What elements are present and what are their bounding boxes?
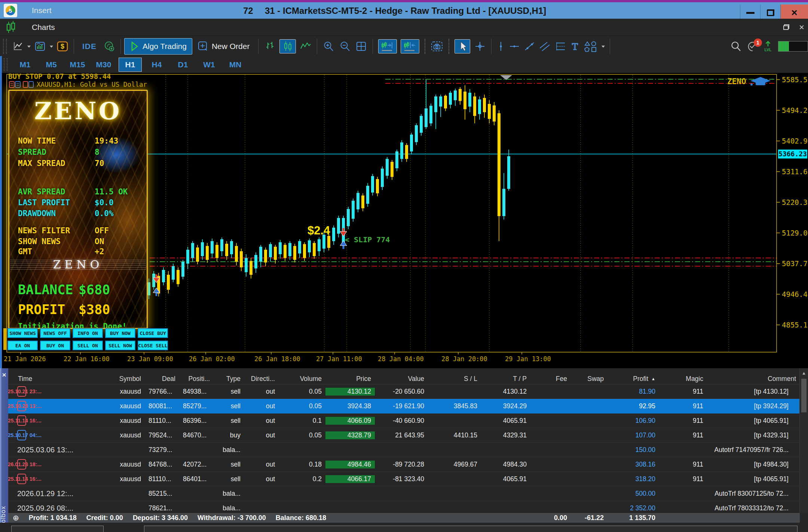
zoom-out-icon[interactable] <box>339 41 352 52</box>
mdi-window-controls: × <box>774 19 804 36</box>
mdi-restore-button[interactable] <box>783 24 789 30</box>
zoom-in-icon[interactable] <box>322 41 335 52</box>
toolbar-separator <box>120 39 121 54</box>
ea-button-show-news[interactable]: SHOW NEWS <box>7 328 38 338</box>
search-icon[interactable] <box>730 41 743 52</box>
line-chart-icon[interactable] <box>300 41 312 52</box>
toolbox-close-icon[interactable]: × <box>0 370 8 379</box>
column-header-price[interactable]: Price <box>325 375 375 383</box>
column-header-swap[interactable]: Swap <box>571 375 607 383</box>
ea-button-ea-on[interactable]: EA ON <box>7 341 38 350</box>
indicators-caret[interactable] <box>49 41 54 52</box>
table-row[interactable]: 2025.10.21 23:...xauusd79766...84938...s… <box>8 384 800 399</box>
line-chart-type-icon[interactable] <box>12 41 24 52</box>
table-row[interactable]: 2026.01.23 18:...xauusd84768...42072...s… <box>8 457 800 472</box>
column-header-sl[interactable]: S / L <box>428 375 481 383</box>
ide-button[interactable]: IDE <box>79 42 100 51</box>
vertical-line-icon[interactable] <box>497 41 505 52</box>
scroll-up-icon[interactable]: ▲ <box>800 368 808 376</box>
column-header-symbol[interactable]: Symbol <box>115 375 145 383</box>
column-header-tp[interactable]: T / P <box>481 375 530 383</box>
svg-text:21 Jan 2026: 21 Jan 2026 <box>4 355 46 363</box>
notifications-icon[interactable]: 1 <box>746 41 759 52</box>
column-header-magic[interactable]: Magic <box>659 375 707 383</box>
current-price-tag: 5366.23 <box>778 150 807 158</box>
timeframe-m30[interactable]: M30 <box>92 58 115 71</box>
timeframe-m5[interactable]: M5 <box>40 58 62 71</box>
channel-icon[interactable] <box>539 41 551 52</box>
column-header-comment[interactable]: Comment <box>707 375 800 383</box>
bottom-strip <box>0 523 808 532</box>
horizontal-line-icon[interactable] <box>509 41 520 52</box>
text-tool-icon[interactable]: T <box>570 41 580 52</box>
mt5-candles-icon <box>5 21 16 34</box>
auto-scroll-icon[interactable] <box>401 39 419 53</box>
shift-end-icon[interactable] <box>378 39 397 53</box>
fibonacci-icon[interactable] <box>554 41 566 52</box>
ea-button-news-off[interactable]: NEWS OFF <box>40 328 70 338</box>
ea-button-buy-now[interactable]: BUY NOW <box>105 328 135 338</box>
timeframe-m15[interactable]: M15 <box>66 58 89 71</box>
timeframe-drag-handle[interactable] <box>4 58 7 71</box>
timeframe-d1[interactable]: D1 <box>172 58 194 71</box>
menu-insert[interactable]: Insert <box>23 2 68 19</box>
new-order-button-label: New Order <box>212 42 250 51</box>
toolbar-drag-handle[interactable] <box>3 39 7 54</box>
table-row[interactable]: 2025.10.28 13:...xauusd80081...85279...s… <box>8 399 800 413</box>
ea-button-close-sell[interactable]: CLOSE SELL <box>138 341 168 350</box>
crosshair-icon[interactable] <box>474 41 486 52</box>
column-header-time[interactable]: Time <box>8 375 115 383</box>
indicators-icon[interactable] <box>34 41 46 52</box>
menu-charts[interactable]: Charts <box>23 19 68 36</box>
column-header-directi[interactable]: Directi... <box>244 375 279 383</box>
timeframe-h4[interactable]: H4 <box>146 58 168 71</box>
shapes-icon[interactable] <box>584 41 598 52</box>
column-header-deal[interactable]: Deal <box>145 375 179 383</box>
column-header-positi[interactable]: Positi... <box>179 375 214 383</box>
sell-deal-icon: 2025.10.21 23:... <box>17 386 26 397</box>
mdi-close-button[interactable]: × <box>799 24 804 31</box>
column-header-type[interactable]: Type <box>214 375 244 383</box>
column-header-volume[interactable]: Volume <box>279 375 325 383</box>
mql5-community-icon[interactable] <box>103 41 115 52</box>
chart-type-caret[interactable] <box>26 41 31 52</box>
new-order-button[interactable]: New Order <box>192 39 255 54</box>
svg-text:27 Jan 11:00: 27 Jan 11:00 <box>316 355 362 363</box>
ea-button-buy-on[interactable]: BUY ON <box>40 341 70 350</box>
algo-trading-button[interactable]: Algo Trading <box>124 38 192 55</box>
column-header-fee[interactable]: Fee <box>530 375 571 383</box>
tile-windows-icon[interactable] <box>355 41 367 52</box>
screenshot-icon[interactable] <box>431 41 443 52</box>
column-header-profit[interactable]: Profit▲ <box>607 375 659 383</box>
table-row[interactable]: 2025.03.06 13:...73279...bala...150.00Au… <box>8 443 800 457</box>
column-header-value[interactable]: Value <box>375 375 428 383</box>
timeframe-bar: M1M5M15M30H1H4D1W1MN <box>0 56 808 73</box>
timeframe-w1[interactable]: W1 <box>198 58 220 71</box>
bottom-tab-fragment[interactable] <box>11 526 104 532</box>
bottom-field-fragment[interactable] <box>144 526 798 532</box>
timeframe-mn[interactable]: MN <box>224 58 247 71</box>
table-row[interactable]: 2026.01.29 12:...85215...bala...500.00Au… <box>8 486 800 501</box>
table-scrollbar[interactable]: ▲ <box>799 368 808 513</box>
ea-button-close-buy[interactable]: CLOSE BUY <box>138 328 168 338</box>
trendline-icon[interactable] <box>524 41 535 52</box>
timeframe-h1[interactable]: H1 <box>119 58 142 72</box>
lvl-icon[interactable]: LVL <box>763 41 773 52</box>
ea-button-info-on[interactable]: INFO ON <box>73 328 103 338</box>
svg-text:4946.40: 4946.40 <box>782 290 808 298</box>
window-title: 31 - ICMarketsSC-MT5-2 - Hedge - Raw Tra… <box>265 6 546 16</box>
bar-chart-icon[interactable] <box>264 41 276 52</box>
toolbar-separator <box>258 39 258 54</box>
summary-expand-icon[interactable]: ⊕ <box>13 513 19 522</box>
cursor-icon[interactable] <box>454 39 470 53</box>
ea-button-sell-on[interactable]: SELL ON <box>73 341 103 350</box>
market-watch-dollar-icon[interactable]: $ <box>56 41 68 52</box>
candle-chart-icon[interactable] <box>279 39 296 53</box>
timeframe-m1[interactable]: M1 <box>14 58 36 71</box>
ea-button-sell-now[interactable]: SELL NOW <box>105 341 135 350</box>
scroll-thumb[interactable] <box>801 379 807 412</box>
table-row[interactable]: 2025.11.14 16:...xauusd81110...86401...s… <box>8 472 800 486</box>
shapes-caret[interactable] <box>600 41 606 52</box>
table-row[interactable]: 2025.11.14 16:...xauusd81110...86396...s… <box>8 413 800 428</box>
table-row[interactable]: 2025.10.17 04:...xauusd79524...84670...b… <box>8 428 800 443</box>
